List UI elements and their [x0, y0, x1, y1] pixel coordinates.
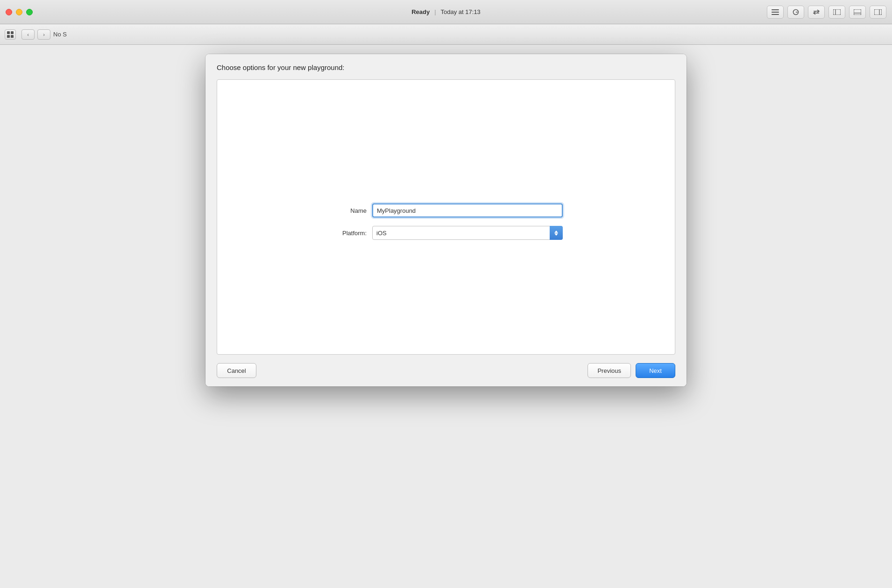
forward-btn[interactable]: › [37, 29, 50, 40]
maximize-button[interactable] [26, 9, 33, 15]
content-panel: Name Platform: iOS macOS tvOS [217, 79, 675, 355]
name-row: Name [329, 203, 563, 217]
title-bar-right [767, 6, 886, 19]
svg-rect-12 [11, 31, 14, 34]
panel-bottom-btn[interactable] [849, 6, 866, 19]
svg-rect-1 [772, 12, 779, 13]
dialog-title: Choose options for your new playground: [217, 63, 345, 71]
svg-rect-14 [11, 35, 14, 38]
title-separator: | [434, 8, 436, 15]
traffic-lights [6, 9, 33, 15]
platform-row: Platform: iOS macOS tvOS [329, 226, 563, 240]
editor-layout-btn[interactable] [767, 6, 784, 19]
cancel-button[interactable]: Cancel [217, 363, 256, 378]
dialog-header: Choose options for your new playground: [205, 54, 687, 79]
dialog: Choose options for your new playground: … [205, 54, 687, 386]
svg-rect-13 [7, 35, 10, 38]
main-area: Choose options for your new playground: … [0, 45, 892, 588]
platform-label: Platform: [329, 230, 367, 237]
grid-view-btn[interactable] [5, 29, 16, 40]
name-input[interactable] [372, 203, 563, 217]
footer-right: Previous Next [588, 363, 675, 378]
secondary-toolbar: ‹ › No S [0, 24, 892, 45]
dialog-footer: Cancel Previous Next [205, 355, 687, 386]
platform-select[interactable]: iOS macOS tvOS [372, 226, 563, 240]
swap-btn[interactable] [808, 6, 825, 19]
title-bar-center: Ready | Today at 17:13 [411, 8, 481, 15]
svg-rect-11 [7, 31, 10, 34]
refresh-btn[interactable] [787, 6, 804, 19]
form-area: Name Platform: iOS macOS tvOS [236, 203, 656, 240]
close-button[interactable] [6, 9, 12, 15]
timestamp-text: Today at 17:13 [441, 8, 481, 15]
panel-left-btn[interactable] [828, 6, 845, 19]
svg-rect-0 [772, 9, 779, 10]
next-button[interactable]: Next [636, 363, 675, 378]
svg-rect-9 [874, 9, 882, 15]
panel-right-btn[interactable] [870, 6, 886, 19]
breadcrumb: No S [53, 31, 67, 38]
name-label: Name [329, 207, 367, 214]
svg-rect-7 [854, 9, 861, 15]
svg-rect-5 [833, 9, 841, 15]
dialog-content: Name Platform: iOS macOS tvOS [205, 79, 687, 355]
title-bar: Ready | Today at 17:13 [0, 0, 892, 24]
platform-select-wrapper: iOS macOS tvOS [372, 226, 563, 240]
back-btn[interactable]: ‹ [21, 29, 35, 40]
previous-button[interactable]: Previous [588, 363, 631, 378]
status-text: Ready [411, 8, 430, 15]
svg-rect-2 [772, 14, 779, 15]
minimize-button[interactable] [16, 9, 22, 15]
